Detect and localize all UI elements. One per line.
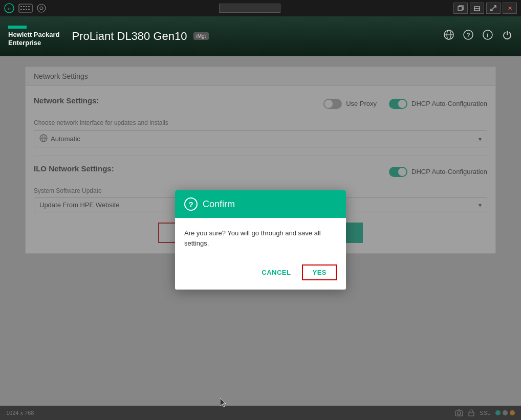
header-badge: iMgt xyxy=(193,32,209,40)
svg-rect-8 xyxy=(23,9,25,10)
top-bar-center xyxy=(219,4,280,13)
top-bar-left: H xyxy=(4,3,46,13)
brand-name-line1: Hewlett Packard xyxy=(8,31,59,39)
app-header: Hewlett Packard Enterprise ProLiant DL38… xyxy=(0,16,521,56)
brand-name-line2: Enterprise xyxy=(8,39,59,47)
yes-button[interactable]: YES xyxy=(302,264,337,280)
dialog-title: Confirm xyxy=(203,199,235,210)
close-button[interactable]: ✕ xyxy=(503,3,517,14)
svg-rect-6 xyxy=(28,6,30,7)
settings-icon xyxy=(37,4,46,13)
dialog-body-text: Are you sure? You will go through and sa… xyxy=(175,218,346,260)
header-actions: ? i xyxy=(443,29,513,43)
svg-text:i: i xyxy=(487,32,488,39)
restore-button[interactable] xyxy=(453,3,468,14)
svg-line-17 xyxy=(491,8,493,11)
svg-rect-13 xyxy=(458,7,462,10)
svg-point-12 xyxy=(40,7,43,10)
hpe-accent-bar xyxy=(8,26,27,29)
info-icon[interactable]: i xyxy=(482,29,493,43)
help-icon[interactable]: ? xyxy=(463,29,474,43)
modal-overlay: ? Confirm Are you sure? You will go thro… xyxy=(0,56,521,420)
svg-rect-5 xyxy=(26,6,27,7)
svg-point-11 xyxy=(37,4,46,12)
address-bar[interactable] xyxy=(219,4,280,13)
main-content: Network Settings Network Settings: Use P… xyxy=(0,56,521,420)
maximize-button[interactable] xyxy=(486,3,501,14)
hpe-logo-icon: H xyxy=(4,3,14,13)
svg-rect-9 xyxy=(26,9,27,10)
top-bar: H ✕ xyxy=(0,0,521,16)
svg-rect-4 xyxy=(23,6,25,7)
svg-text:?: ? xyxy=(466,32,470,39)
dialog-question-icon: ? xyxy=(184,197,198,211)
cancel-button[interactable]: CANCEL xyxy=(256,264,296,280)
svg-text:H: H xyxy=(8,7,11,11)
window-controls: ✕ xyxy=(453,3,517,14)
dialog-footer: CANCEL YES xyxy=(175,260,346,290)
product-title: ProLiant DL380 Gen10 xyxy=(72,30,187,43)
svg-rect-3 xyxy=(20,6,22,7)
hpe-logo: Hewlett Packard Enterprise xyxy=(8,26,59,47)
power-icon[interactable] xyxy=(502,29,513,43)
svg-line-16 xyxy=(493,6,496,8)
globe-icon[interactable] xyxy=(443,29,454,43)
svg-rect-7 xyxy=(20,9,22,10)
dialog-header: ? Confirm xyxy=(175,190,346,218)
svg-rect-2 xyxy=(19,4,32,12)
keyboard-icon xyxy=(18,4,33,13)
minimize-button[interactable] xyxy=(470,3,484,14)
svg-rect-10 xyxy=(28,9,30,10)
confirm-dialog: ? Confirm Are you sure? You will go thro… xyxy=(175,190,346,290)
